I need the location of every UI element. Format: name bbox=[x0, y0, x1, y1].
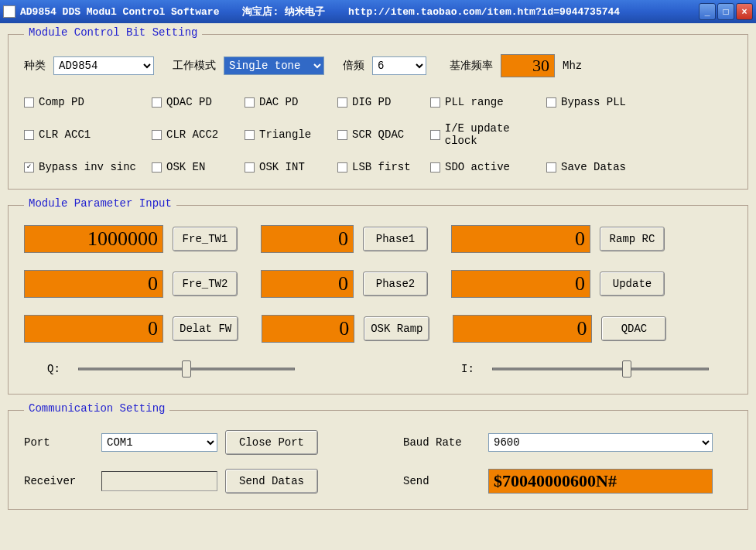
checkbox-qdac-pd[interactable]: QDAC PD bbox=[152, 96, 245, 108]
checkbox-box-icon[interactable] bbox=[245, 97, 255, 108]
checkbox-osk-en[interactable]: OSK EN bbox=[152, 161, 245, 173]
checkbox-scr-qdac[interactable]: SCR QDAC bbox=[337, 122, 430, 147]
checkbox-label: OSK INT bbox=[259, 161, 305, 173]
mode-select[interactable]: Single tone bbox=[224, 56, 324, 75]
module-control-bit-setting-group: Module Control Bit Setting 种类 AD9854 工作模… bbox=[8, 28, 748, 190]
param-field-phase1[interactable]: 0 bbox=[261, 225, 354, 253]
param-field-delat-fw[interactable]: 0 bbox=[24, 315, 163, 343]
checkbox-label: CLR ACC2 bbox=[166, 128, 218, 141]
osk-ramp-button[interactable]: OSK Ramp bbox=[364, 316, 429, 341]
checkbox-box-icon[interactable] bbox=[430, 162, 440, 173]
param-field-fre-tw2[interactable]: 0 bbox=[24, 270, 163, 298]
refclk-label: 基准频率 bbox=[450, 59, 493, 73]
checkbox-box-icon[interactable] bbox=[546, 97, 556, 108]
checkbox-box-icon[interactable] bbox=[430, 130, 440, 140]
q-label: Q: bbox=[47, 363, 70, 375]
send-datas-button[interactable]: Send Datas bbox=[225, 469, 318, 494]
refclk-field[interactable]: 30 bbox=[501, 54, 555, 77]
window-titlebar: AD9854 DDS Modul Control Software 淘宝店: 纳… bbox=[0, 0, 756, 23]
send-label: Send bbox=[403, 475, 481, 487]
checkbox-box-icon[interactable] bbox=[24, 162, 34, 173]
checkbox-label: Comp PD bbox=[39, 96, 84, 108]
group1-legend: Module Control Bit Setting bbox=[24, 26, 202, 39]
receiver-field bbox=[101, 471, 217, 491]
close-button[interactable]: × bbox=[736, 3, 753, 20]
checkbox-label: DIG PD bbox=[352, 96, 391, 108]
param-field-phase2[interactable]: 0 bbox=[261, 270, 354, 298]
checkbox-box-icon[interactable] bbox=[24, 130, 34, 140]
send-field[interactable]: $70040000600N# bbox=[488, 469, 713, 494]
qdac-button[interactable]: QDAC bbox=[601, 316, 666, 341]
update-button[interactable]: Update bbox=[600, 272, 665, 296]
checkbox-osk-int[interactable]: OSK INT bbox=[245, 161, 337, 173]
checkbox-box-icon[interactable] bbox=[152, 97, 162, 108]
app-icon bbox=[3, 5, 15, 18]
param-field-update[interactable]: 0 bbox=[451, 270, 590, 298]
checkbox-lsb-first[interactable]: LSB first bbox=[337, 161, 430, 173]
checkbox-pll-range[interactable]: PLL range bbox=[430, 96, 546, 108]
checkbox-box-icon[interactable] bbox=[245, 130, 255, 140]
checkbox-bypass-pll[interactable]: Bypass PLL bbox=[546, 96, 662, 108]
checkbox-label: Save Datas bbox=[561, 161, 626, 173]
checkbox-i-e-update-clock[interactable]: I/E update clock bbox=[430, 122, 546, 147]
baud-select[interactable]: 9600 bbox=[488, 433, 713, 452]
checkbox-clr-acc2[interactable]: CLR ACC2 bbox=[152, 122, 245, 147]
q-slider[interactable] bbox=[78, 360, 295, 378]
i-label: I: bbox=[461, 363, 484, 375]
checkbox-label: SDO active bbox=[445, 161, 510, 173]
checkbox-label: I/E update clock bbox=[445, 122, 546, 147]
checkbox-box-icon[interactable] bbox=[337, 162, 347, 173]
checkbox-sdo-active[interactable]: SDO active bbox=[430, 161, 546, 173]
ramp-rc-button[interactable]: Ramp RC bbox=[600, 227, 665, 251]
baud-label: Baud Rate bbox=[403, 436, 481, 449]
checkbox-box-icon[interactable] bbox=[245, 162, 255, 173]
checkbox-bypass-inv-sinc[interactable]: Bypass inv sinc bbox=[24, 161, 152, 173]
checkbox-box-icon[interactable] bbox=[337, 130, 347, 140]
module-parameter-input-group: Module Parameter Input 1000000Fre_TW10Ph… bbox=[8, 199, 748, 395]
i-slider[interactable] bbox=[492, 360, 709, 378]
type-label: 种类 bbox=[24, 59, 46, 73]
receiver-label: Receiver bbox=[24, 475, 94, 487]
fre-tw1-button[interactable]: Fre_TW1 bbox=[173, 227, 238, 251]
param-field-ramp-rc[interactable]: 0 bbox=[451, 225, 590, 253]
checkbox-box-icon[interactable] bbox=[24, 97, 34, 108]
mult-select[interactable]: 6 bbox=[372, 56, 426, 75]
checkbox-label: PLL range bbox=[445, 96, 504, 108]
type-select[interactable]: AD9854 bbox=[53, 56, 154, 75]
mode-label: 工作模式 bbox=[173, 59, 216, 73]
mult-label: 倍频 bbox=[343, 59, 364, 73]
param-field-osk-ramp[interactable]: 0 bbox=[262, 315, 354, 343]
checkbox-box-icon[interactable] bbox=[337, 97, 347, 108]
delat-fw-button[interactable]: Delat FW bbox=[173, 316, 238, 341]
maximize-button[interactable]: □ bbox=[717, 3, 734, 20]
checkbox-label: Bypass PLL bbox=[561, 96, 626, 108]
checkbox-box-icon[interactable] bbox=[546, 162, 556, 173]
param-field-qdac[interactable]: 0 bbox=[453, 315, 592, 343]
port-select[interactable]: COM1 bbox=[101, 433, 217, 452]
checkbox-label: CLR ACC1 bbox=[39, 128, 91, 141]
app-title: AD9854 DDS Modul Control Software bbox=[20, 6, 219, 18]
checkbox-comp-pd[interactable]: Comp PD bbox=[24, 96, 152, 108]
checkbox-label: LSB first bbox=[352, 161, 411, 173]
checkbox-clr-acc1[interactable]: CLR ACC1 bbox=[24, 122, 152, 147]
close-port-button[interactable]: Close Port bbox=[225, 430, 318, 455]
checkbox-label: DAC PD bbox=[259, 96, 298, 108]
fre-tw2-button[interactable]: Fre_TW2 bbox=[173, 272, 238, 296]
shop-name: 淘宝店: 纳米电子 bbox=[242, 5, 325, 19]
checkbox-save-datas[interactable]: Save Datas bbox=[546, 161, 662, 173]
checkbox-dig-pd[interactable]: DIG PD bbox=[337, 96, 430, 108]
communication-setting-group: Communication Setting Port COM1 Close Po… bbox=[8, 404, 748, 510]
checkbox-box-icon[interactable] bbox=[152, 162, 162, 173]
checkbox-label: OSK EN bbox=[166, 161, 205, 173]
checkbox-label: Bypass inv sinc bbox=[39, 161, 136, 173]
checkbox-dac-pd[interactable]: DAC PD bbox=[245, 96, 337, 108]
port-label: Port bbox=[24, 436, 94, 449]
phase1-button[interactable]: Phase1 bbox=[363, 227, 428, 251]
param-field-fre-tw1[interactable]: 1000000 bbox=[24, 225, 163, 253]
phase2-button[interactable]: Phase2 bbox=[363, 272, 428, 296]
checkbox-triangle[interactable]: Triangle bbox=[245, 122, 337, 147]
shop-url: http://item.taobao.com/item.htm?id=90447… bbox=[348, 6, 620, 18]
minimize-button[interactable]: _ bbox=[699, 3, 716, 20]
checkbox-box-icon[interactable] bbox=[152, 130, 162, 140]
checkbox-box-icon[interactable] bbox=[430, 97, 440, 108]
